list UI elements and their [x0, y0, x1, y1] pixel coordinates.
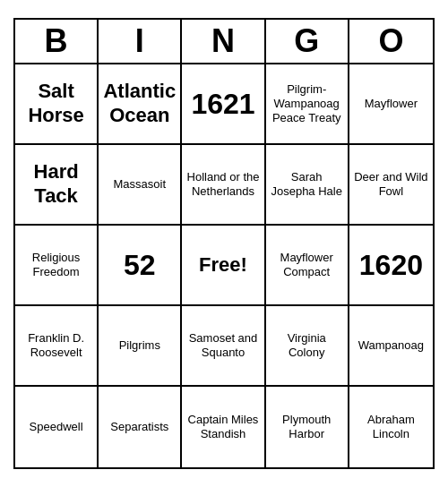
bingo-cell-3: Pilgrim-Wampanoag Peace Treaty: [266, 64, 349, 145]
bingo-cell-16: Pilgrims: [99, 306, 182, 387]
bingo-letter-g: G: [266, 20, 349, 63]
bingo-grid: Salt HorseAtlantic Ocean1621Pilgrim-Wamp…: [15, 64, 433, 467]
bingo-cell-11: 52: [99, 226, 182, 306]
bingo-letter-b: B: [15, 20, 99, 63]
bingo-cell-4: Mayflower: [349, 64, 433, 145]
bingo-letter-n: N: [182, 20, 265, 63]
bingo-cell-7: Holland or the Netherlands: [182, 145, 265, 226]
bingo-cell-12: Free!: [182, 226, 265, 306]
bingo-cell-23: Plymouth Harbor: [266, 387, 349, 467]
bingo-cell-19: Wampanoag: [349, 306, 433, 387]
bingo-cell-17: Samoset and Squanto: [182, 306, 265, 387]
bingo-cell-22: Captain Miles Standish: [182, 387, 265, 467]
bingo-cell-13: Mayflower Compact: [266, 226, 349, 306]
bingo-cell-24: Abraham Lincoln: [349, 387, 433, 467]
bingo-letter-i: I: [99, 20, 182, 63]
bingo-cell-8: Sarah Josepha Hale: [266, 145, 349, 226]
bingo-cell-9: Deer and Wild Fowl: [349, 145, 433, 226]
bingo-cell-20: Speedwell: [15, 387, 99, 467]
bingo-cell-1: Atlantic Ocean: [99, 64, 182, 145]
bingo-card: BINGO Salt HorseAtlantic Ocean1621Pilgri…: [13, 18, 435, 469]
bingo-cell-18: Virginia Colony: [266, 306, 349, 387]
bingo-cell-6: Massasoit: [99, 145, 182, 226]
bingo-cell-21: Separatists: [99, 387, 182, 467]
bingo-cell-5: Hard Tack: [15, 145, 99, 226]
bingo-cell-15: Franklin D. Roosevelt: [15, 306, 99, 387]
bingo-header: BINGO: [15, 20, 433, 64]
bingo-letter-o: O: [349, 20, 433, 63]
bingo-cell-2: 1621: [182, 64, 265, 145]
bingo-cell-14: 1620: [349, 226, 433, 306]
bingo-cell-10: Religious Freedom: [15, 226, 99, 306]
bingo-cell-0: Salt Horse: [15, 64, 99, 145]
